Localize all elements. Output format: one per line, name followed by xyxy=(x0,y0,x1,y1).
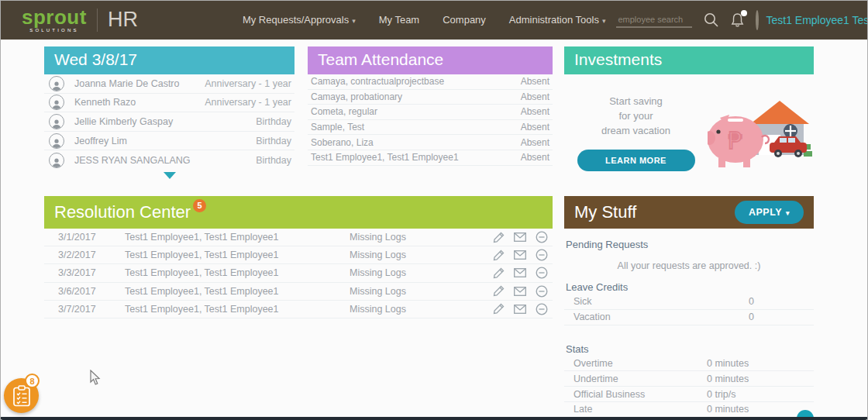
stat-label: Overtime xyxy=(574,358,707,369)
remove-minus-circle-icon[interactable] xyxy=(536,231,548,243)
list-item[interactable]: Test1 Employee1, Test1 Employee1Absent xyxy=(308,150,553,166)
learn-more-button[interactable]: LEARN MORE xyxy=(577,150,695,171)
person-name: JESS RYAN SANGALANG xyxy=(74,155,191,166)
today-events-list: Joanna Marie De Castro Anniversary - 1 y… xyxy=(44,74,294,170)
list-item: Late0 minutes xyxy=(564,402,814,418)
attendance-status: Absent xyxy=(521,76,549,87)
user-avatar[interactable] xyxy=(756,10,759,30)
edit-pencil-icon[interactable] xyxy=(493,285,505,297)
table-row[interactable]: 3/3/2017 Test1 Employee1, Test1 Employee… xyxy=(44,264,553,282)
remove-minus-circle-icon[interactable] xyxy=(536,303,548,315)
leave-type: Sick xyxy=(574,296,707,307)
brand-name: sprout xyxy=(22,7,87,27)
list-item[interactable]: Sample, TestAbsent xyxy=(308,120,553,136)
employee-name: Camaya, contractualprojectbase xyxy=(311,76,444,87)
email-envelope-icon[interactable] xyxy=(514,232,526,242)
user-menu[interactable]: Test1 Employee1 Test1 Employee1▾ xyxy=(766,14,868,26)
investments-message: Start saving for your dream vacation LEA… xyxy=(564,95,708,171)
user-name: Test1 Employee1 Test1 Employee1 xyxy=(766,14,868,26)
attendance-list: Camaya, contractualprojectbaseAbsent Cam… xyxy=(308,74,553,166)
apply-label: APPLY xyxy=(749,207,782,218)
message-line: Start saving xyxy=(564,95,708,109)
stat-value: 0 trip/s xyxy=(707,389,736,400)
employee-search-input[interactable] xyxy=(616,12,692,28)
leave-value: 0 xyxy=(707,312,754,322)
resolution-issue: Missing Logs xyxy=(350,232,480,243)
edit-pencil-icon[interactable] xyxy=(493,232,505,243)
window-bottom-edge xyxy=(0,417,868,420)
attendance-status: Absent xyxy=(521,152,549,163)
notifications-bell-icon[interactable] xyxy=(730,12,745,28)
investments-body: Start saving for your dream vacation LEA… xyxy=(564,74,814,172)
email-envelope-icon[interactable] xyxy=(514,268,526,277)
attendance-status: Absent xyxy=(521,122,549,133)
edit-pencil-icon[interactable] xyxy=(493,303,505,315)
stat-value: 0 minutes xyxy=(707,404,749,415)
svg-text:₱: ₱ xyxy=(728,127,742,154)
my-stuff-title: My Stuff xyxy=(574,202,636,222)
stat-value: 0 minutes xyxy=(707,358,749,369)
person-name: Jeoffrey Lim xyxy=(74,136,127,146)
list-item[interactable]: Cometa, regularAbsent xyxy=(308,105,553,120)
nav-item-label: Company xyxy=(443,14,486,26)
notification-dot xyxy=(741,10,747,16)
attendance-status: Absent xyxy=(521,137,549,148)
edit-pencil-icon[interactable] xyxy=(493,267,505,279)
table-row[interactable]: 3/6/2017 Test1 Employee1, Test1 Employee… xyxy=(44,283,553,301)
resolution-list: 3/1/2017 Test1 Employee1, Test1 Employee… xyxy=(44,229,553,318)
stats-list: Overtime0 minutes Undertime0 minutes Off… xyxy=(564,356,814,418)
edit-pencil-icon[interactable] xyxy=(493,250,505,261)
pending-requests-message: All your requests are approved. :) xyxy=(564,260,814,271)
my-stuff-header: My Stuff APPLY▾ xyxy=(564,196,814,229)
person-avatar-icon xyxy=(49,76,64,91)
nav-item-administration-tools[interactable]: Administration Tools▾ xyxy=(509,14,606,26)
table-row[interactable]: 3/2/2017 Test1 Employee1, Test1 Employee… xyxy=(44,246,553,264)
remove-minus-circle-icon[interactable] xyxy=(536,285,548,298)
list-item[interactable]: JESS RYAN SANGALANG Birthday xyxy=(44,150,294,170)
attendance-status: Absent xyxy=(521,91,549,102)
list-item[interactable]: Camaya, probationaryAbsent xyxy=(308,90,553,105)
resolution-panel-header: Resolution Center5 xyxy=(44,196,553,229)
email-envelope-icon[interactable] xyxy=(514,250,526,260)
nav-item-company[interactable]: Company xyxy=(443,14,486,26)
remove-minus-circle-icon[interactable] xyxy=(536,267,548,279)
resolution-issue: Missing Logs xyxy=(350,304,480,315)
event-type: Anniversary - 1 year xyxy=(205,78,291,89)
email-envelope-icon[interactable] xyxy=(514,287,526,296)
table-row[interactable]: 3/7/2017 Test1 Employee1, Test1 Employee… xyxy=(44,301,553,318)
search-icon[interactable] xyxy=(703,12,719,28)
list-item: Sick0 xyxy=(564,294,814,310)
top-navbar: sprout SOLUTIONS HR My Requests/Approval… xyxy=(0,0,868,40)
nav-item-label: My Requests/Approvals xyxy=(243,14,349,26)
nav-item-my-team[interactable]: My Team xyxy=(379,14,420,26)
email-envelope-icon[interactable] xyxy=(514,305,526,314)
table-row[interactable]: 3/1/2017 Test1 Employee1, Test1 Employee… xyxy=(44,229,553,246)
remove-minus-circle-icon[interactable] xyxy=(536,249,548,261)
stat-label: Late xyxy=(574,404,707,415)
person-name: Kenneth Razo xyxy=(74,97,136,108)
apply-button[interactable]: APPLY▾ xyxy=(735,201,804,224)
brand-logo[interactable]: sprout SOLUTIONS HR xyxy=(22,7,138,33)
list-item[interactable]: Soberano, LizaAbsent xyxy=(308,135,553,150)
nav-item-label: My Team xyxy=(379,14,420,26)
resolution-date: 3/3/2017 xyxy=(58,267,125,278)
list-item[interactable]: Joanna Marie De Castro Anniversary - 1 y… xyxy=(44,74,294,94)
expand-more-arrow-icon[interactable] xyxy=(164,172,176,179)
leave-credits-list: Sick0 Vacation0 xyxy=(564,294,814,325)
person-avatar-icon xyxy=(49,95,64,110)
list-item[interactable]: Jeoffrey Lim Birthday xyxy=(44,132,294,151)
person-avatar-icon xyxy=(49,114,64,129)
person-avatar-icon xyxy=(49,133,64,149)
employee-name: Cometa, regular xyxy=(311,106,377,117)
list-item[interactable]: Jellie Kimberly Gaspay Birthday xyxy=(44,112,294,132)
resolution-date: 3/7/2017 xyxy=(58,304,125,315)
list-item[interactable]: Camaya, contractualprojectbaseAbsent xyxy=(308,74,553,90)
nav-item-my-requests-approvals[interactable]: My Requests/Approvals▾ xyxy=(243,14,356,26)
leave-value: 0 xyxy=(707,296,754,307)
list-item[interactable]: Kenneth Razo Anniversary - 1 year xyxy=(44,94,294,113)
piggy-bank-house-illustration: ₱ xyxy=(708,95,812,172)
resolution-date: 3/1/2017 xyxy=(58,232,125,243)
investments-panel: Investments Start saving for your dream … xyxy=(564,46,814,172)
resolution-center-panel: Resolution Center5 3/1/2017 Test1 Employ… xyxy=(44,196,553,318)
event-type: Birthday xyxy=(256,136,291,146)
